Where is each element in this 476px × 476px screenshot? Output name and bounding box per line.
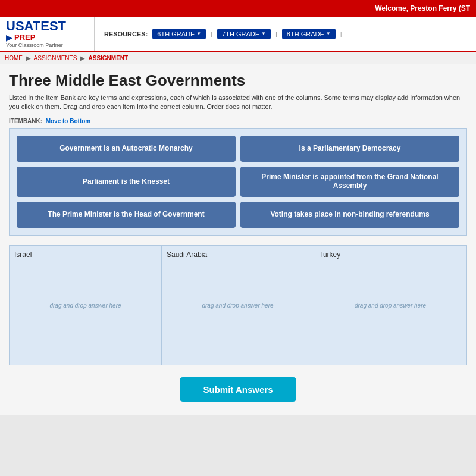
drag-item-5[interactable]: The Prime Minister is the Head of Govern… <box>17 202 236 228</box>
drop-zone-israel[interactable]: Israel drag and drop answer here <box>10 246 162 365</box>
divider-1: | <box>211 30 212 37</box>
header: USATEST ▶ PREP Your Classroom Partner RE… <box>0 17 476 52</box>
nav-area: RESOURCES: 6TH GRADE ▼ | 7TH GRADE ▼ | 8… <box>95 29 476 39</box>
drop-zone-saudi[interactable]: Saudi Arabia drag and drop answer here <box>162 246 314 365</box>
drop-zone-label-saudi: Saudi Arabia <box>167 250 309 259</box>
divider-2: | <box>275 30 277 37</box>
drag-item-4[interactable]: Prime Minister is appointed from the Gra… <box>240 167 459 197</box>
drop-zone-placeholder-saudi: drag and drop answer here <box>202 302 273 308</box>
drop-zone-label-israel: Israel <box>14 250 156 259</box>
submit-area: Submit Answers <box>9 377 467 408</box>
page-title: Three Middle East Governments <box>9 71 467 90</box>
drop-zone-placeholder-turkey: drag and drop answer here <box>355 302 426 308</box>
logo-area: USATEST ▶ PREP Your Classroom Partner <box>0 17 95 51</box>
grade-6-button[interactable]: 6TH GRADE ▼ <box>152 29 206 39</box>
grade-7-button[interactable]: 7TH GRADE ▼ <box>217 29 271 39</box>
logo-subtitle: Your Classroom Partner <box>6 42 88 48</box>
drop-zones: Israel drag and drop answer here Saudi A… <box>9 245 467 365</box>
instructions: Listed in the Item Bank are key terms an… <box>9 93 467 112</box>
drag-item-1[interactable]: Government is an Autocratic Monarchy <box>17 136 236 162</box>
nav-label: RESOURCES: <box>104 30 148 37</box>
grade-6-arrow: ▼ <box>196 31 201 36</box>
submit-button[interactable]: Submit Answers <box>180 377 297 402</box>
itembank-move-link[interactable]: Move to Bottom <box>46 118 91 124</box>
logo-usa: USATEST <box>6 18 66 33</box>
grade-8-arrow: ▼ <box>326 31 331 36</box>
main-content: Three Middle East Governments Listed in … <box>0 64 476 415</box>
breadcrumb-home[interactable]: HOME <box>5 55 23 61</box>
breadcrumb-current: ASSIGNMENT <box>88 55 128 61</box>
breadcrumb: HOME ▶ ASSIGNMENTS ▶ ASSIGNMENT <box>0 52 476 64</box>
welcome-text: Welcome, Preston Ferry (ST <box>375 4 470 12</box>
logo-usa-text: USA <box>6 18 33 33</box>
drag-item-2[interactable]: Is a Parliamentary Democracy <box>240 136 459 162</box>
grade-8-button[interactable]: 8TH GRADE ▼ <box>282 29 336 39</box>
drop-zone-label-turkey: Turkey <box>319 250 462 259</box>
divider-3: | <box>340 30 342 37</box>
drag-item-6[interactable]: Voting takes place in non-binding refere… <box>240 202 459 228</box>
top-bar: Welcome, Preston Ferry (ST <box>0 0 476 17</box>
grade-7-arrow: ▼ <box>261 31 266 36</box>
logo: USATEST ▶ PREP <box>6 20 88 42</box>
drop-zone-placeholder-israel: drag and drop answer here <box>49 302 121 308</box>
item-bank: Government is an Autocratic Monarchy Is … <box>9 128 467 236</box>
logo-test: TEST <box>33 18 66 33</box>
drag-item-3[interactable]: Parliament is the Knesset <box>17 167 236 197</box>
drop-zone-turkey[interactable]: Turkey drag and drop answer here <box>314 246 466 365</box>
logo-prep: PREP <box>14 33 35 42</box>
itembank-header: ITEMBANK: Move to Bottom <box>9 118 467 124</box>
breadcrumb-assignments[interactable]: ASSIGNMENTS <box>34 55 77 61</box>
arrow-icon: ▶ <box>6 33 12 42</box>
